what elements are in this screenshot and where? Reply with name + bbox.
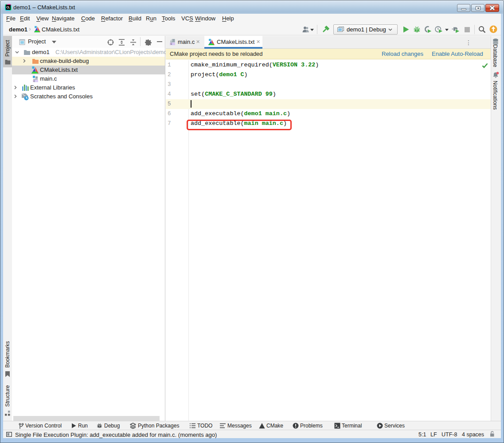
svg-text:c: c — [34, 79, 35, 82]
svg-text:c: c — [171, 42, 172, 45]
